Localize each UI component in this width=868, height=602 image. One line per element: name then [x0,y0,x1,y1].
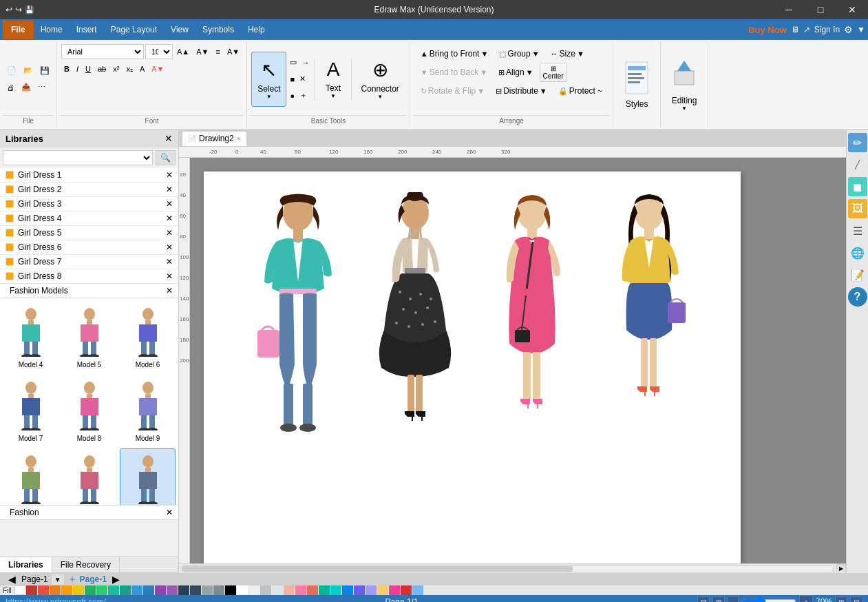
model-item-10[interactable]: Model 10 [3,448,59,505]
save-file-btn[interactable]: 💾 [37,63,52,79]
redo-btn[interactable]: ↪ [15,5,22,14]
right-pen-icon[interactable]: ✏ [848,133,867,152]
drawing-canvas[interactable] [204,172,741,563]
center-btn[interactable]: ⊞ Center [540,63,567,82]
color-swatch-13[interactable] [178,585,189,595]
lib-item-close-btn[interactable]: ✕ [166,228,173,238]
color-swatch-6[interactable] [96,585,107,595]
subscript-btn[interactable]: x₂ [123,61,136,76]
right-note-icon[interactable]: 📝 [848,265,867,284]
grid-btn[interactable]: ⊞ [835,596,847,603]
fashion-models-close-btn[interactable]: ✕ [166,286,173,295]
fashion-item[interactable]: Fashion ✕ [0,506,178,520]
share-icon[interactable]: ↗ [803,25,810,34]
decrease-font-btn[interactable]: A▼ [193,44,211,59]
close-btn[interactable]: ✕ [836,0,868,19]
fit-width-btn[interactable]: ⊞ [712,596,725,603]
lib-item-girl-dress-4[interactable]: Girl Dress 4 ✕ [0,211,178,226]
model-item-12[interactable]: Model 12 [120,448,176,505]
select-tool-btn[interactable]: ↖ Select ▼ [251,52,286,107]
color-swatch-14[interactable] [190,585,201,595]
color-swatch-30[interactable] [377,585,388,595]
horizontal-scrollbar[interactable]: ▶ [179,563,846,573]
color-swatch-5[interactable] [85,585,96,595]
bold-btn[interactable]: B [61,61,72,76]
align-btn[interactable]: ⊞ Align ▼ [494,64,538,81]
color-swatch-27[interactable] [342,585,353,595]
save-btn[interactable]: 💾 [25,6,34,14]
color-swatch-2[interactable] [50,585,61,595]
right-teal-icon[interactable]: ◼ [848,177,867,196]
export-btn[interactable]: 📤 [19,80,34,95]
lib-item-girl-dress-5[interactable]: Girl Dress 5 ✕ [0,226,178,240]
settings-icon[interactable]: ⚙ [844,24,853,35]
color-swatch-25[interactable] [319,585,330,595]
strikethrough-btn[interactable]: ab [95,61,109,76]
lib-item-close-btn[interactable]: ✕ [166,185,173,194]
color-swatch-21[interactable] [272,585,283,595]
model-item-9[interactable]: Model 9 [120,375,176,446]
send-back-btn[interactable]: ▼ Send to Back ▼ [416,64,492,81]
cross-btn[interactable]: ✕ [297,72,308,87]
color-swatch-15[interactable] [202,585,213,595]
highlight-btn[interactable]: A [137,61,147,76]
page-prev-btn[interactable]: ◀ [6,574,19,585]
right-globe-icon[interactable]: 🌐 [848,243,867,262]
layout-btn[interactable]: ⊟ [850,596,862,603]
tab-close-btn[interactable]: × [237,135,241,143]
lib-item-close-btn[interactable]: ✕ [166,199,173,209]
chevron-down-icon[interactable]: ▼ [857,25,865,34]
plus-btn[interactable]: ＋ [297,88,309,103]
lib-item-girl-dress-2[interactable]: Girl Dress 2 ✕ [0,183,178,197]
color-swatch-29[interactable] [366,585,377,595]
lib-item-close-btn[interactable]: ✕ [166,257,173,267]
circle-btn[interactable]: ● [288,88,297,103]
scroll-right-btn[interactable]: ▶ [836,564,846,574]
open-btn[interactable]: 📂 [21,63,36,79]
bring-front-btn[interactable]: ▲ Bring to Front ▼ [416,45,493,62]
lib-item-girl-dress-6[interactable]: Girl Dress 6 ✕ [0,240,178,255]
color-swatch-11[interactable] [155,585,166,595]
undo-btn[interactable]: ↩ [6,5,12,14]
lib-item-girl-dress-3[interactable]: Girl Dress 3 ✕ [0,197,178,211]
page-next-btn[interactable]: ▶ [109,574,123,585]
right-line-icon[interactable]: ╱ [848,155,867,174]
lib-item-close-btn[interactable]: ✕ [166,242,173,252]
font-family-select[interactable]: Arial [61,44,144,59]
styles-btn[interactable]: Styles [617,57,656,112]
print-btn[interactable]: 🖨 [4,80,17,95]
model-item-11[interactable]: Model 11 [61,448,117,505]
rotate-btn[interactable]: ↻ Rotate & Flip ▼ [416,83,489,99]
add-page-btn[interactable]: ＋ [67,573,77,585]
fashion-models-header[interactable]: Fashion Models ✕ [0,284,178,298]
model-item-8[interactable]: Model 8 [61,375,117,446]
file-recovery-tab[interactable]: File Recovery [52,557,120,572]
arrow-right-btn[interactable]: → [299,55,311,70]
monitor-icon[interactable]: 🖥 [791,25,799,34]
lib-item-close-btn[interactable]: ✕ [166,214,173,223]
view-menu[interactable]: View [164,20,195,39]
model-item-6[interactable]: Model 6 [120,301,176,372]
color-swatch-empty[interactable] [14,585,25,595]
file-menu-btn[interactable]: File [3,20,34,39]
symbols-menu[interactable]: Symbols [195,20,241,39]
color-swatch-4[interactable] [73,585,84,595]
color-swatch-26[interactable] [330,585,341,595]
italic-btn[interactable]: I [74,61,81,76]
color-swatch-31[interactable] [389,585,400,595]
lib-item-girl-dress-8[interactable]: Girl Dress 8 ✕ [0,269,178,284]
libraries-tab[interactable]: Libraries [0,557,52,572]
home-menu[interactable]: Home [34,20,70,39]
protect-btn[interactable]: 🔒 Protect ~ [553,83,607,99]
editing-btn[interactable]: Editing ▼ [665,57,703,112]
increase-font-btn[interactable]: A▲ [174,44,192,59]
help-menu[interactable]: Help [241,20,272,39]
align-btn[interactable]: ≡ [213,44,222,59]
zoom-slider[interactable] [741,596,796,602]
library-dropdown[interactable] [3,150,153,165]
color-btn[interactable]: A▼ [224,44,242,59]
color-swatch-8[interactable] [120,585,131,595]
model-item-7[interactable]: Model 7 [3,375,59,446]
right-image-icon[interactable]: 🖼 [848,199,867,218]
model-item-4[interactable]: Model 4 [3,301,59,372]
